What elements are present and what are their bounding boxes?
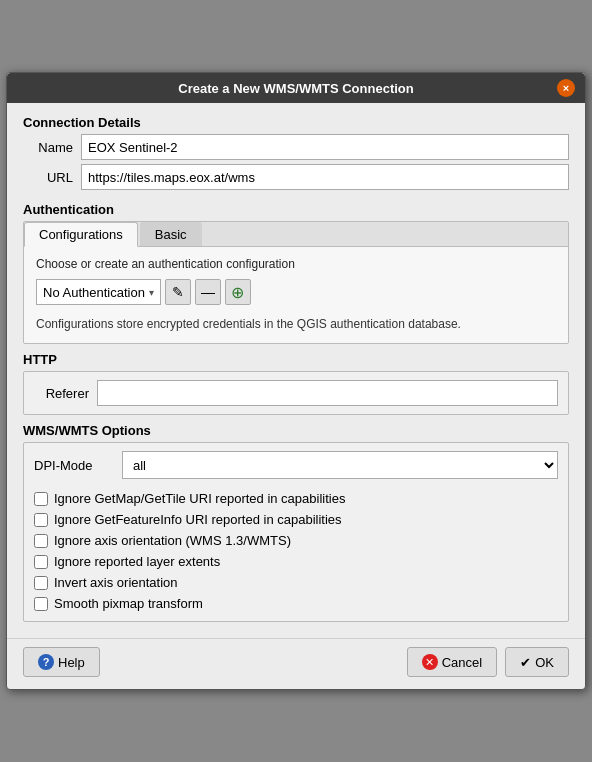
dialog-body: Connection Details Name URL Authenticati… bbox=[7, 103, 585, 634]
referer-row: Referer bbox=[34, 380, 558, 406]
auth-tabs-bar: Configurations Basic bbox=[24, 222, 568, 247]
auth-choose-text: Choose or create an authentication confi… bbox=[36, 257, 556, 271]
checkbox-invert-axis-row: Invert axis orientation bbox=[34, 573, 558, 592]
dialog-footer: ? Help ✕ Cancel ✔ OK bbox=[7, 638, 585, 689]
ignore-extents-checkbox[interactable] bbox=[34, 555, 48, 569]
auth-add-icon: ⊕ bbox=[231, 283, 244, 302]
auth-remove-button[interactable]: — bbox=[195, 279, 221, 305]
url-input[interactable] bbox=[81, 164, 569, 190]
cancel-button[interactable]: ✕ Cancel bbox=[407, 647, 497, 677]
connection-details-section: Connection Details Name URL bbox=[23, 115, 569, 194]
dpi-row: DPI-Mode all off QGIS UMN GeoServer bbox=[34, 451, 558, 479]
http-section: HTTP Referer bbox=[23, 352, 569, 415]
checkbox-smooth-pixmap-row: Smooth pixmap transform bbox=[34, 594, 558, 613]
wms-options-label: WMS/WMTS Options bbox=[23, 423, 569, 438]
cancel-icon: ✕ bbox=[422, 654, 438, 670]
ok-button[interactable]: ✔ OK bbox=[505, 647, 569, 677]
auth-remove-icon: — bbox=[201, 284, 215, 300]
smooth-pixmap-label: Smooth pixmap transform bbox=[54, 596, 203, 611]
title-bar: Create a New WMS/WMTS Connection × bbox=[7, 73, 585, 103]
auth-select-text: No Authentication bbox=[43, 285, 145, 300]
ignore-axis-label: Ignore axis orientation (WMS 1.3/WMTS) bbox=[54, 533, 291, 548]
ignore-extents-label: Ignore reported layer extents bbox=[54, 554, 220, 569]
tab-configurations[interactable]: Configurations bbox=[24, 222, 138, 247]
auth-controls: No Authentication ▾ ✎ — ⊕ bbox=[36, 279, 556, 305]
checkbox-ignore-getmap-row: Ignore GetMap/GetTile URI reported in ca… bbox=[34, 489, 558, 508]
smooth-pixmap-checkbox[interactable] bbox=[34, 597, 48, 611]
ignore-axis-checkbox[interactable] bbox=[34, 534, 48, 548]
dpi-label: DPI-Mode bbox=[34, 458, 114, 473]
cancel-label: Cancel bbox=[442, 655, 482, 670]
checkbox-ignore-extents-row: Ignore reported layer extents bbox=[34, 552, 558, 571]
http-box: Referer bbox=[23, 371, 569, 415]
help-button[interactable]: ? Help bbox=[23, 647, 100, 677]
ok-icon: ✔ bbox=[520, 655, 531, 670]
name-input[interactable] bbox=[81, 134, 569, 160]
ignore-getmap-label: Ignore GetMap/GetTile URI reported in ca… bbox=[54, 491, 345, 506]
auth-edit-button[interactable]: ✎ bbox=[165, 279, 191, 305]
invert-axis-label: Invert axis orientation bbox=[54, 575, 178, 590]
wms-options-section: WMS/WMTS Options DPI-Mode all off QGIS U… bbox=[23, 423, 569, 622]
url-row: URL bbox=[23, 164, 569, 190]
authentication-group: Configurations Basic Choose or create an… bbox=[23, 221, 569, 344]
help-label: Help bbox=[58, 655, 85, 670]
ignore-getfeature-label: Ignore GetFeatureInfo URI reported in ca… bbox=[54, 512, 342, 527]
auth-select[interactable]: No Authentication ▾ bbox=[36, 279, 161, 305]
dialog-title: Create a New WMS/WMTS Connection bbox=[35, 81, 557, 96]
referer-label: Referer bbox=[34, 386, 89, 401]
auth-select-arrow-icon: ▾ bbox=[149, 287, 154, 298]
close-button[interactable]: × bbox=[557, 79, 575, 97]
name-row: Name bbox=[23, 134, 569, 160]
authentication-label: Authentication bbox=[23, 202, 569, 217]
auth-edit-icon: ✎ bbox=[172, 284, 184, 300]
auth-add-button[interactable]: ⊕ bbox=[225, 279, 251, 305]
invert-axis-checkbox[interactable] bbox=[34, 576, 48, 590]
referer-input[interactable] bbox=[97, 380, 558, 406]
create-wms-dialog: Create a New WMS/WMTS Connection × Conne… bbox=[6, 72, 586, 690]
auth-info-text: Configurations store encrypted credentia… bbox=[36, 315, 556, 333]
checkbox-ignore-getfeature-row: Ignore GetFeatureInfo URI reported in ca… bbox=[34, 510, 558, 529]
connection-details-label: Connection Details bbox=[23, 115, 569, 130]
tab-basic[interactable]: Basic bbox=[140, 222, 202, 246]
checkbox-ignore-axis-row: Ignore axis orientation (WMS 1.3/WMTS) bbox=[34, 531, 558, 550]
tab-configurations-content: Choose or create an authentication confi… bbox=[24, 247, 568, 343]
dpi-select[interactable]: all off QGIS UMN GeoServer bbox=[122, 451, 558, 479]
ignore-getfeature-checkbox[interactable] bbox=[34, 513, 48, 527]
ignore-getmap-checkbox[interactable] bbox=[34, 492, 48, 506]
authentication-section: Authentication Configurations Basic Choo… bbox=[23, 202, 569, 344]
name-label: Name bbox=[23, 140, 73, 155]
url-label: URL bbox=[23, 170, 73, 185]
wms-options-box: DPI-Mode all off QGIS UMN GeoServer Igno… bbox=[23, 442, 569, 622]
help-icon: ? bbox=[38, 654, 54, 670]
http-label: HTTP bbox=[23, 352, 569, 367]
ok-label: OK bbox=[535, 655, 554, 670]
